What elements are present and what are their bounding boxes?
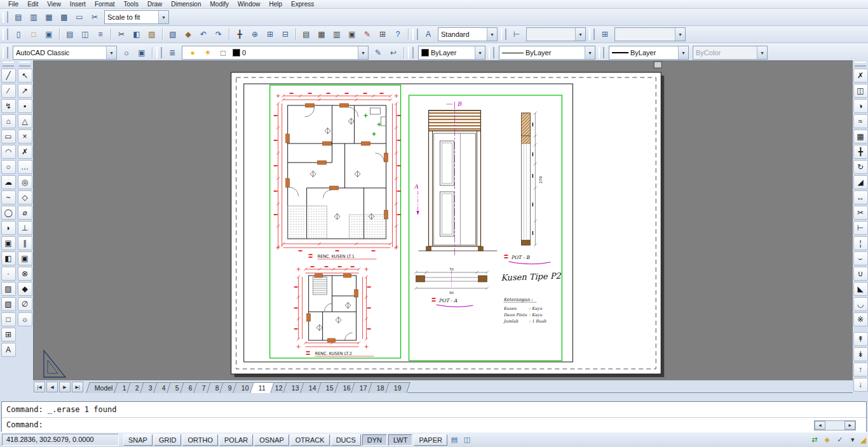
text-style-icon[interactable]: A <box>421 28 435 41</box>
publish-icon[interactable]: ≡ <box>93 28 107 41</box>
chevron-down-icon[interactable]: ▾ <box>757 46 767 59</box>
menu-format[interactable]: Format <box>90 1 119 8</box>
plotstyle-combo[interactable]: ByColor ▾ <box>693 46 768 60</box>
mirror-icon[interactable]: ◑ <box>853 99 868 113</box>
cut-icon[interactable]: ✂ <box>114 28 128 41</box>
tab-scroll-last[interactable]: ▶| <box>72 382 83 392</box>
extend-icon[interactable]: ⊢ <box>853 221 868 235</box>
clip-existing-viewport-icon[interactable]: ✂ <box>88 11 102 24</box>
polygon-icon[interactable]: ⌂ <box>1 114 16 128</box>
display-viewports-dialog-icon[interactable]: ▩ <box>57 11 71 24</box>
draworder-bring-above-icon[interactable]: ↑ <box>853 363 868 377</box>
ellipse-arc-icon[interactable]: ◗ <box>1 221 16 235</box>
plot-icon[interactable]: ▤ <box>63 28 77 41</box>
draworder-send-under-icon[interactable]: ↓ <box>853 378 868 392</box>
communication-center-icon[interactable]: ⇄ <box>809 434 820 446</box>
markup-set-manager-icon[interactable]: ✎ <box>360 28 374 41</box>
snap-to-nearest-icon[interactable]: ◆ <box>18 282 32 296</box>
join-icon[interactable]: ∪ <box>853 267 868 281</box>
layer-on-bulb-icon[interactable]: ● <box>186 46 200 60</box>
match-properties-icon[interactable]: ▧ <box>166 28 180 41</box>
toolbar-grip[interactable] <box>3 47 8 58</box>
make-block-icon[interactable]: ◧ <box>1 251 16 265</box>
plot-preview-icon[interactable]: ◫ <box>78 28 92 41</box>
color-combo[interactable]: ByLayer ▾ <box>418 46 485 60</box>
toolbar-grip[interactable] <box>589 29 595 40</box>
toolbar-grip[interactable] <box>3 62 14 67</box>
grid-toggle[interactable]: GRID <box>154 434 182 446</box>
copy-clip-icon[interactable]: ◧ <box>130 28 144 41</box>
scroll-right-icon[interactable]: ▶ <box>844 421 855 430</box>
region-icon[interactable]: □ <box>1 312 16 326</box>
tab-scroll-prev[interactable]: ◀ <box>46 382 58 392</box>
table-style-combo[interactable]: ▾ <box>614 27 686 41</box>
zoom-realtime-icon[interactable]: ⊕ <box>248 28 262 41</box>
clean-screen-icon[interactable]: ◢ <box>860 436 866 444</box>
snap-to-apparent-intersection-icon[interactable]: ✗ <box>18 145 32 159</box>
tool-palettes-icon[interactable]: ▥ <box>330 28 344 41</box>
linetype-combo[interactable]: ByLayer ▾ <box>499 46 595 60</box>
chevron-down-icon[interactable]: ▾ <box>678 46 688 59</box>
table-icon[interactable]: ⊞ <box>1 328 16 342</box>
new-layout-icon[interactable]: ▤ <box>11 11 25 24</box>
move-icon[interactable]: ╋ <box>853 145 868 159</box>
lineweight-combo[interactable]: ByLayer ▾ <box>609 46 689 60</box>
draworder-send-to-back-icon[interactable]: ↡ <box>853 347 868 361</box>
drawing-canvas[interactable]: RENC. KUSEN LT.1 <box>33 60 853 381</box>
trusted-content-icon[interactable]: ✓ <box>834 434 846 446</box>
my-workspace-icon[interactable]: ▣ <box>135 46 149 60</box>
menu-insert[interactable]: Insert <box>65 1 90 8</box>
scrollbar-track[interactable] <box>825 421 844 430</box>
save-icon[interactable]: ▣ <box>42 28 56 41</box>
snap-to-node-icon[interactable]: ⊗ <box>18 267 32 281</box>
break-at-point-icon[interactable]: ¦ <box>853 236 868 250</box>
layer-freeze-sun-icon[interactable]: ☀ <box>201 46 215 60</box>
menu-help[interactable]: Help <box>265 1 287 8</box>
viewport-grip-handle[interactable] <box>654 62 661 68</box>
draworder-bring-to-front-icon[interactable]: ↟ <box>853 332 868 346</box>
command-input-line[interactable]: Command: <box>2 418 866 432</box>
pan-realtime-icon[interactable]: ╋ <box>233 28 247 41</box>
quick-view-layouts-icon[interactable]: ▤ <box>449 434 460 446</box>
chevron-down-icon[interactable]: ▾ <box>158 11 168 23</box>
snap-to-parallel-icon[interactable]: ∥ <box>18 236 32 250</box>
layer-previous-icon[interactable]: ↩ <box>386 46 400 60</box>
snap-to-midpoint-icon[interactable]: △ <box>18 114 32 128</box>
toolbar-grip[interactable] <box>19 62 31 67</box>
toolbar-grip[interactable] <box>3 11 8 23</box>
quick-view-drawings-icon[interactable]: ◫ <box>461 434 473 446</box>
ellipse-icon[interactable]: ◯ <box>1 206 16 220</box>
menu-draw[interactable]: Draw <box>143 1 166 8</box>
menu-view[interactable]: View <box>43 1 65 8</box>
properties-palette-icon[interactable]: ▤ <box>299 28 313 41</box>
temporary-track-point-icon[interactable]: ↖ <box>18 69 32 83</box>
toolbar-grip[interactable] <box>501 29 506 40</box>
spline-icon[interactable]: ~ <box>1 190 16 204</box>
viewport-scale-combo[interactable]: Scale to fit ▾ <box>104 10 169 24</box>
line-icon[interactable]: ╱ <box>1 69 16 83</box>
menu-tools[interactable]: Tools <box>119 1 143 8</box>
explode-icon[interactable]: ※ <box>853 312 868 326</box>
chevron-down-icon[interactable]: ▾ <box>106 46 116 59</box>
table-style-icon[interactable]: ⊞ <box>598 28 612 41</box>
chevron-down-icon[interactable]: ▾ <box>487 28 497 41</box>
dim-style-combo[interactable]: ▾ <box>526 27 586 41</box>
osnap-toggle[interactable]: OSNAP <box>254 434 289 446</box>
toolbar-grip[interactable] <box>408 47 414 58</box>
snap-toggle[interactable]: SNAP <box>123 434 153 446</box>
dim-style-icon[interactable]: ⊢ <box>510 28 524 41</box>
gradient-icon[interactable]: ▧ <box>1 297 16 311</box>
erase-icon[interactable]: ✗ <box>853 69 868 83</box>
snap-to-extension-icon[interactable]: … <box>18 160 32 174</box>
toolbar-grip[interactable] <box>3 29 8 40</box>
toolbar-grip[interactable] <box>156 47 162 58</box>
chevron-down-icon[interactable]: ▾ <box>585 46 595 59</box>
polar-toggle[interactable]: POLAR <box>219 434 253 446</box>
toolbar-grip[interactable] <box>489 47 494 58</box>
command-window[interactable]: Command: _.erase 1 found Command: ◀ ▶ <box>1 401 867 433</box>
trim-icon[interactable]: ✂ <box>853 206 868 220</box>
snap-to-none-icon[interactable]: ∅ <box>18 297 32 311</box>
array-icon[interactable]: ▦ <box>853 130 868 143</box>
paper-model-toggle[interactable]: PAPER <box>414 434 447 446</box>
workspace-combo[interactable]: AutoCAD Classic ▾ <box>13 46 117 60</box>
